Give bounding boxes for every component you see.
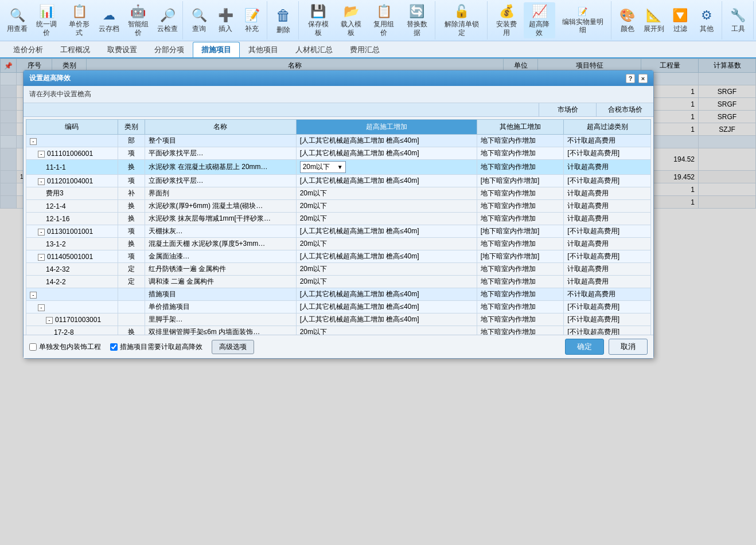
dialog-overhigh-cell[interactable]: [人工其它机械超高施工增加 檐高≤40m] (296, 301, 477, 313)
checkbox-standalone-input[interactable] (29, 343, 37, 351)
dialog-name-cell: 混凝土面天棚 水泥砂浆(厚度5+3mm… (145, 238, 296, 250)
toolbar-btn-ai[interactable]: 🤖 智能组价 (123, 2, 154, 38)
dialog-overhigh: 设置超高降效 ? × 请在列表中设置檐高 市场价 合税市场价 (23, 70, 654, 359)
dialog-table-row[interactable]: -011701003001里脚手架…[人工其它机械超高施工增加 檐高≤40m]地… (26, 313, 651, 326)
dialog-table-wrap[interactable]: 编码 类别 名称 超高施工增加 其他施工增加 超高过滤类别 -部整个项目[人工其… (24, 117, 653, 335)
dialog-overhigh-cell[interactable]: [人工其它机械超高施工增加 檐高≤40m] (296, 225, 477, 238)
confirm-button[interactable]: 确定 (565, 339, 604, 355)
dialog-type-cell (118, 288, 145, 301)
dialog-expand-toggle[interactable]: - (38, 254, 45, 261)
dialog-table-row[interactable]: -011201004001项立面砂浆找平层…[人工其它机械超高施工增加 檐高≤4… (26, 175, 651, 187)
tab-project-overview[interactable]: 工程概况 (52, 42, 99, 57)
toolbar-btn-tools[interactable]: 🔧 工具 (726, 6, 751, 34)
tab-measures[interactable]: 措施项目 (193, 42, 240, 57)
toolbar-btn-unitform[interactable]: 📋 单价形式 (64, 2, 95, 38)
toolbar-btn-overhigh-label: 超高降效 (526, 20, 553, 37)
toolbar-btn-tools-label: 工具 (731, 25, 745, 33)
toolbar-btn-supplement[interactable]: 📝 补充 (239, 6, 264, 34)
dialog-code-cell: 14-2-32 (26, 263, 118, 276)
tab-section-items[interactable]: 分部分项 (146, 42, 193, 57)
dialog-overhigh-cell[interactable]: 20m以下 (296, 200, 477, 213)
toolbar-btn-filter[interactable]: 🔽 过滤 (668, 6, 693, 34)
advanced-options-button[interactable]: 高级选项 (212, 340, 254, 354)
dialog-table-row[interactable]: -011101006001项平面砂浆找平层…[人工其它机械超高施工增加 檐高≤4… (26, 147, 651, 160)
dialog-other-cell: 地下暗室内作增加 (477, 313, 564, 326)
toolbar-btn-adjust[interactable]: 📊 统一调价 (31, 2, 63, 38)
toolbar-btn-other[interactable]: ⚙ 其他 (694, 6, 719, 34)
toolbar-btn-color[interactable]: 🎨 颜色 (615, 6, 640, 34)
dialog-expand-toggle[interactable]: - (46, 317, 53, 324)
dialog-table-row[interactable]: -措施项目[人工其它机械超高施工增加 檐高≤40m]地下暗室内作增加不计取超高费… (26, 288, 651, 301)
dialog-overhigh-cell[interactable]: [人工其它机械超高施工增加 檐高≤40m] (296, 313, 477, 326)
dialog-overhigh-cell[interactable]: 20m以下 (296, 187, 477, 200)
dialog-overhigh-cell[interactable]: 20m以下 (296, 213, 477, 225)
tab-fee-settings[interactable]: 取费设置 (99, 42, 146, 57)
dialog-overhigh-cell[interactable]: [人工其它机械超高施工增加 檐高≤40m] (296, 147, 477, 160)
dialog-type-cell: 补 (118, 187, 145, 200)
dialog-table-row[interactable]: -部整个项目[人工其它机械超高施工增加 檐高≤40m]地下暗室内作增加不计取超高… (26, 135, 651, 147)
dialog-overhigh-cell[interactable]: 20m以下 (296, 238, 477, 250)
dialog-table-row[interactable]: 11-1-1换水泥砂浆 在混凝土或砌基层上 20mm…20m以下 ▼地下暗室内作… (26, 160, 651, 175)
dialog-table-row[interactable]: 13-1-2换混凝土面天棚 水泥砂浆(厚度5+3mm…20m以下地下暗室内作增加… (26, 238, 651, 250)
toolbar-btn-qty-detail[interactable]: 📝 编辑实物量明细 (556, 5, 609, 36)
dialog-expand-toggle[interactable]: - (38, 304, 45, 311)
dialog-table-row[interactable]: 14-2-32定红丹防锈漆一遍 金属构件20m以下地下暗室内作增加计取超高费用 (26, 263, 651, 276)
tab-manmat-summary[interactable]: 人材机汇总 (287, 42, 341, 57)
tab-fee-summary[interactable]: 费用汇总 (341, 42, 388, 57)
toolbar-btn-reuse[interactable]: 📋 复用组价 (368, 2, 400, 38)
dialog-overhigh-cell[interactable]: 20m以下 (296, 326, 477, 335)
dialog-overhigh-cell[interactable]: [人工其它机械超高施工增加 檐高≤40m] (296, 175, 477, 187)
toolbar-btn-overhigh[interactable]: 📈 超高降效 (524, 2, 555, 38)
tab-cost-analysis[interactable]: 造价分析 (5, 42, 52, 57)
dialog-table-row[interactable]: 14-2-2定调和漆 二遍 金属构件20m以下地下暗室内作增加计取超高费用 (26, 276, 651, 288)
toolbar-btn-delete[interactable]: 🗑 删除 (271, 5, 296, 36)
dialog-table-row[interactable]: 17-2-8换双排里钢管脚手架≤6m 内墙面装饰…20m以下地下暗室内作增加[不… (26, 326, 651, 335)
checkbox-measures-input[interactable] (110, 343, 118, 351)
dialog-other-cell: 地下暗室内作增加 (477, 200, 564, 213)
toolbar-btn-savetpl[interactable]: 💾 保存模板 (302, 2, 334, 38)
replace-icon: 🔄 (409, 4, 424, 19)
dialog-close-button[interactable]: × (638, 74, 648, 83)
dialog-overhigh-cell[interactable]: [人工其它机械超高施工增加 檐高≤40m] (296, 250, 477, 263)
toolbar-btn-other-label: 其他 (700, 25, 714, 33)
toolbar-btn-qty-detail-label: 编辑实物量明细 (559, 18, 606, 34)
toolbar-btn-replace[interactable]: 🔄 替换数据 (401, 2, 432, 38)
toolbar-btn-query[interactable]: 🔍 查询 (186, 6, 212, 34)
toolbar-btn-cloudcheck[interactable]: 🔎 云检查 (155, 6, 180, 34)
toolbar-btn-install[interactable]: 💰 安装费用 (491, 2, 523, 38)
dialog-expand-toggle[interactable]: - (38, 229, 45, 236)
ai-icon: 🤖 (130, 4, 146, 19)
toolbar-btn-cloudsave[interactable]: ☁ 云存档 (96, 6, 122, 34)
dialog-expand-toggle[interactable]: - (38, 178, 45, 185)
dialog-table-row[interactable]: 费用3补界面剂20m以下地下暗室内作增加计取超高费用 (26, 187, 651, 200)
dialog-overhigh-cell[interactable]: 20m以下 (296, 263, 477, 276)
dialog-filter-cell: 不计取超高费用 (564, 135, 651, 147)
dialog-overhigh-cell[interactable]: 20m以下 ▼ (296, 160, 477, 175)
toolbar-btn-insert[interactable]: ➕ 插入 (213, 6, 238, 34)
dialog-table-row[interactable]: 12-1-4换水泥砂浆(厚9+6mm) 混凝土墙(砌块…20m以下地下暗室内作增… (26, 200, 651, 213)
dialog-expand-toggle[interactable]: - (30, 292, 37, 299)
dialog-expand-toggle[interactable]: - (30, 138, 37, 145)
toolbar-btn-reuse-label: 复用组价 (371, 20, 398, 37)
dialog-code-cell: -011101006001 (26, 147, 118, 160)
dialog-table-row[interactable]: -011301001001项天棚抹灰…[人工其它机械超高施工增加 檐高≤40m]… (26, 225, 651, 238)
dialog-other-cell: 地下暗室内作增加 (477, 276, 564, 288)
cancel-button[interactable]: 取消 (609, 339, 648, 355)
dialog-overhigh-cell[interactable]: [人工其它机械超高施工增加 檐高≤40m] (296, 288, 477, 301)
dialog-expand-toggle[interactable]: - (38, 151, 45, 158)
toolbar-btn-loadtpl[interactable]: 📂 载入模板 (336, 2, 367, 38)
dialog-overhigh-cell[interactable]: [人工其它机械超高施工增加 檐高≤40m] (296, 135, 477, 147)
dialog-overhigh-dropdown[interactable]: 20m以下 ▼ (300, 161, 346, 173)
dialog-overhigh-cell[interactable]: 20m以下 (296, 276, 477, 288)
toolbar-btn-view[interactable]: 🔍 用查看 (5, 6, 30, 34)
unitform-icon: 📋 (72, 4, 87, 19)
dialog-table-row[interactable]: 12-1-16换水泥砂浆 抹灰层每增减1mm[干拌砂浆…20m以下地下暗室内作增… (26, 213, 651, 225)
dialog-table-row[interactable]: -单价措施项目[人工其它机械超高施工增加 檐高≤40m]地下暗室内作增加[不计取… (26, 301, 651, 313)
toolbar-btn-unlock[interactable]: 🔓 解除清单锁定 (439, 2, 484, 38)
checkbox-standalone[interactable]: 单独发包内装饰工程 (29, 342, 101, 352)
dialog-help-button[interactable]: ? (626, 74, 635, 83)
dialog-table-row[interactable]: -011405001001项金属面油漆…[人工其它机械超高施工增加 檐高≤40m… (26, 250, 651, 263)
tab-other-items[interactable]: 其他项目 (240, 42, 287, 57)
toolbar-btn-expand[interactable]: 📐 展开到 (641, 6, 667, 34)
checkbox-measures[interactable]: 措施项目需要计取超高降效 (110, 342, 202, 352)
